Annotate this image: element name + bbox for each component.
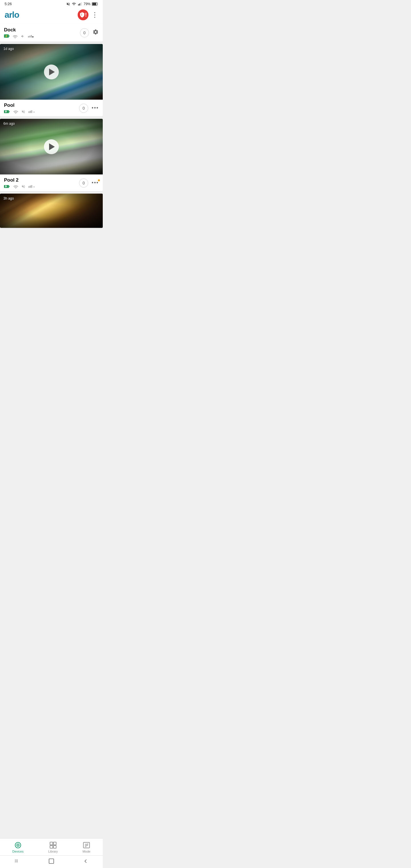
garage-thumbnail[interactable]: 3h ago bbox=[0, 194, 103, 228]
pool-thumbnail[interactable]: 1d ago bbox=[0, 44, 103, 100]
dock-right: 0 bbox=[80, 28, 99, 37]
svg-rect-15 bbox=[9, 111, 10, 112]
pool-wifi-icon bbox=[13, 110, 18, 114]
dock-name: Dock bbox=[4, 27, 34, 33]
svg-rect-6 bbox=[92, 3, 96, 5]
svg-rect-11 bbox=[29, 36, 31, 37]
play-triangle2-icon bbox=[49, 143, 55, 150]
svg-rect-16 bbox=[29, 111, 29, 113]
garage-timestamp: 3h ago bbox=[3, 196, 14, 200]
dock-left: Dock ⚡ bbox=[4, 27, 34, 38]
status-icons: 79% bbox=[66, 2, 98, 6]
svg-rect-18 bbox=[31, 110, 32, 113]
app-header: arlo ⋮ bbox=[0, 7, 103, 24]
svg-rect-4 bbox=[81, 2, 82, 5]
signal-icon bbox=[77, 2, 82, 6]
pool2-play-button[interactable] bbox=[44, 140, 59, 154]
pool-status-icons bbox=[4, 110, 35, 114]
pool2-thumbnail[interactable]: 6m ago bbox=[0, 119, 103, 175]
pool2-name: Pool 2 bbox=[4, 177, 35, 183]
speaker-icon bbox=[21, 34, 25, 38]
svg-rect-17 bbox=[30, 111, 31, 113]
pool2-notification-dot bbox=[97, 179, 100, 182]
dock-badge: 0 bbox=[80, 28, 89, 37]
svg-rect-21 bbox=[9, 186, 10, 187]
garage-overlay2 bbox=[0, 194, 103, 228]
pool2-card: 6m ago Pool 2 bbox=[0, 119, 103, 191]
charging-icon: ⚡ bbox=[4, 34, 10, 38]
dock-status-icons: ⚡ bbox=[4, 34, 34, 38]
dock-settings-button[interactable] bbox=[92, 29, 99, 36]
svg-rect-9 bbox=[9, 35, 9, 37]
pool2-battery-icon bbox=[4, 185, 10, 188]
status-bar: 5:26 79% bbox=[0, 0, 103, 7]
pool2-status-icons bbox=[4, 184, 35, 188]
pool-play-button[interactable] bbox=[44, 65, 59, 80]
pool2-right: 0 ••• bbox=[79, 179, 99, 188]
pool2-timestamp: 6m ago bbox=[3, 122, 15, 126]
svg-point-13 bbox=[32, 36, 33, 37]
shield-alert-icon bbox=[80, 12, 85, 18]
pool-name: Pool bbox=[4, 102, 35, 108]
pool2-wifi-icon bbox=[13, 184, 18, 188]
pool2-speaker-icon bbox=[21, 184, 26, 188]
gear-icon bbox=[92, 29, 99, 35]
pool-signal-icon bbox=[29, 110, 35, 113]
pool2-badge: 0 bbox=[79, 179, 88, 188]
pool-card: 1d ago Pool bbox=[0, 44, 103, 117]
pool-info: Pool bbox=[0, 100, 103, 117]
pool2-more-wrapper: ••• bbox=[92, 180, 99, 186]
svg-rect-12 bbox=[31, 35, 32, 38]
svg-rect-24 bbox=[31, 185, 32, 188]
svg-rect-10 bbox=[28, 36, 29, 37]
svg-point-19 bbox=[33, 111, 35, 113]
pool-right: 0 ••• bbox=[79, 104, 99, 113]
play-triangle-icon bbox=[49, 68, 55, 75]
scroll-content: Dock ⚡ bbox=[0, 24, 103, 259]
pool-more-button[interactable]: ••• bbox=[92, 105, 99, 111]
pool2-signal-icon bbox=[29, 185, 35, 188]
svg-rect-0 bbox=[78, 4, 79, 5]
svg-rect-22 bbox=[29, 186, 29, 188]
arlo-logo: arlo bbox=[5, 10, 19, 20]
wifi-icon bbox=[72, 2, 76, 6]
svg-point-25 bbox=[33, 186, 35, 188]
pool-badge: 0 bbox=[79, 104, 88, 113]
svg-rect-23 bbox=[30, 186, 31, 188]
dock-row: Dock ⚡ bbox=[4, 27, 99, 38]
dock-card: Dock ⚡ bbox=[0, 24, 103, 42]
svg-rect-2 bbox=[80, 3, 80, 5]
battery-icon bbox=[92, 2, 98, 6]
svg-text:⚡: ⚡ bbox=[5, 35, 8, 38]
pool2-info: Pool 2 bbox=[0, 175, 103, 191]
garage-card: 3h ago bbox=[0, 194, 103, 228]
battery-text: 79% bbox=[84, 2, 91, 6]
wifi-status-icon bbox=[12, 34, 18, 38]
pool-left: Pool bbox=[4, 102, 35, 114]
time: 5:26 bbox=[5, 2, 12, 6]
pool-speaker-icon bbox=[21, 110, 26, 114]
svg-rect-1 bbox=[79, 4, 80, 5]
mute-icon bbox=[66, 2, 70, 6]
pool-battery-icon bbox=[4, 110, 10, 114]
signal-status-icon bbox=[28, 35, 34, 38]
pool2-left: Pool 2 bbox=[4, 177, 35, 188]
svg-rect-3 bbox=[80, 3, 81, 5]
alert-button[interactable] bbox=[77, 9, 89, 20]
more-menu-button[interactable]: ⋮ bbox=[91, 11, 98, 19]
pool-timestamp: 1d ago bbox=[3, 47, 14, 51]
header-icons: ⋮ bbox=[77, 9, 98, 20]
